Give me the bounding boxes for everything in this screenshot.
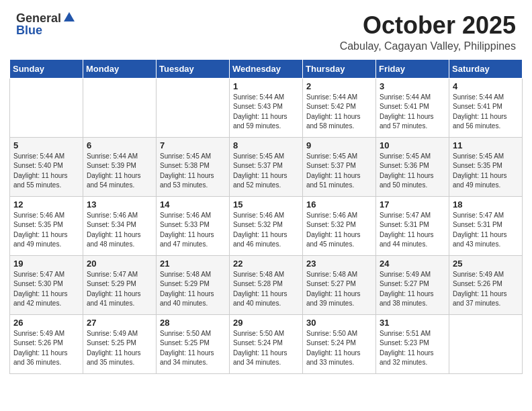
day-info: Sunrise: 5:44 AM Sunset: 5:40 PM Dayligh…	[13, 152, 79, 191]
day-number: 22	[233, 259, 299, 269]
svg-marker-0	[64, 12, 75, 21]
calendar-body: 1Sunrise: 5:44 AM Sunset: 5:43 PM Daylig…	[10, 78, 523, 373]
day-info: Sunrise: 5:47 AM Sunset: 5:31 PM Dayligh…	[453, 211, 519, 250]
day-info: Sunrise: 5:44 AM Sunset: 5:43 PM Dayligh…	[233, 93, 299, 132]
day-info: Sunrise: 5:46 AM Sunset: 5:33 PM Dayligh…	[160, 211, 226, 250]
calendar-cell: 28Sunrise: 5:50 AM Sunset: 5:25 PM Dayli…	[157, 314, 230, 373]
calendar-cell: 18Sunrise: 5:47 AM Sunset: 5:31 PM Dayli…	[449, 196, 523, 255]
calendar-cell: 22Sunrise: 5:48 AM Sunset: 5:28 PM Dayli…	[230, 255, 303, 314]
calendar-cell: 5Sunrise: 5:44 AM Sunset: 5:40 PM Daylig…	[10, 137, 83, 196]
calendar-cell: 29Sunrise: 5:50 AM Sunset: 5:24 PM Dayli…	[230, 314, 303, 373]
day-number: 13	[87, 199, 152, 210]
calendar-cell: 25Sunrise: 5:49 AM Sunset: 5:26 PM Dayli…	[449, 255, 523, 314]
calendar-cell: 19Sunrise: 5:47 AM Sunset: 5:30 PM Dayli…	[10, 255, 83, 314]
calendar-cell: 27Sunrise: 5:49 AM Sunset: 5:25 PM Dayli…	[83, 314, 157, 373]
calendar-cell: 2Sunrise: 5:44 AM Sunset: 5:42 PM Daylig…	[303, 78, 376, 137]
day-number: 18	[453, 199, 519, 210]
location-title: Cabulay, Cagayan Valley, Philippines	[340, 40, 516, 52]
day-number: 9	[306, 140, 372, 150]
weekday-header-monday: Monday	[83, 59, 157, 78]
calendar-cell: 16Sunrise: 5:46 AM Sunset: 5:32 PM Dayli…	[303, 196, 376, 255]
day-number: 25	[453, 259, 519, 269]
weekday-header-tuesday: Tuesday	[157, 59, 230, 78]
calendar-cell: 14Sunrise: 5:46 AM Sunset: 5:33 PM Dayli…	[157, 196, 230, 255]
weekday-header-friday: Friday	[376, 59, 449, 78]
calendar-cell: 9Sunrise: 5:45 AM Sunset: 5:37 PM Daylig…	[303, 137, 376, 196]
day-number: 10	[380, 140, 445, 150]
month-title: October 2025	[340, 12, 516, 39]
day-info: Sunrise: 5:50 AM Sunset: 5:24 PM Dayligh…	[233, 329, 299, 368]
calendar-cell: 8Sunrise: 5:45 AM Sunset: 5:37 PM Daylig…	[230, 137, 303, 196]
calendar-cell: 3Sunrise: 5:44 AM Sunset: 5:41 PM Daylig…	[376, 78, 449, 137]
calendar-cell	[83, 78, 157, 137]
calendar-cell: 10Sunrise: 5:45 AM Sunset: 5:36 PM Dayli…	[376, 137, 449, 196]
calendar-cell: 12Sunrise: 5:46 AM Sunset: 5:35 PM Dayli…	[10, 196, 83, 255]
day-info: Sunrise: 5:45 AM Sunset: 5:36 PM Dayligh…	[380, 152, 445, 191]
calendar-week-1: 1Sunrise: 5:44 AM Sunset: 5:43 PM Daylig…	[10, 78, 523, 137]
calendar-cell: 31Sunrise: 5:51 AM Sunset: 5:23 PM Dayli…	[376, 314, 449, 373]
day-number: 3	[380, 81, 445, 91]
day-number: 19	[13, 259, 79, 269]
day-number: 16	[306, 199, 372, 210]
day-info: Sunrise: 5:48 AM Sunset: 5:28 PM Dayligh…	[233, 270, 299, 309]
calendar-week-2: 5Sunrise: 5:44 AM Sunset: 5:40 PM Daylig…	[10, 137, 523, 196]
day-info: Sunrise: 5:44 AM Sunset: 5:41 PM Dayligh…	[380, 93, 445, 132]
day-info: Sunrise: 5:48 AM Sunset: 5:27 PM Dayligh…	[306, 270, 372, 309]
calendar-cell	[157, 78, 230, 137]
day-info: Sunrise: 5:49 AM Sunset: 5:27 PM Dayligh…	[380, 270, 445, 309]
day-info: Sunrise: 5:46 AM Sunset: 5:34 PM Dayligh…	[87, 211, 152, 250]
weekday-header-wednesday: Wednesday	[230, 59, 303, 78]
calendar-week-4: 19Sunrise: 5:47 AM Sunset: 5:30 PM Dayli…	[10, 255, 523, 314]
day-info: Sunrise: 5:45 AM Sunset: 5:37 PM Dayligh…	[306, 152, 372, 191]
calendar-week-5: 26Sunrise: 5:49 AM Sunset: 5:26 PM Dayli…	[10, 314, 523, 373]
calendar-cell: 13Sunrise: 5:46 AM Sunset: 5:34 PM Dayli…	[83, 196, 157, 255]
day-number: 6	[87, 140, 152, 150]
calendar-cell: 23Sunrise: 5:48 AM Sunset: 5:27 PM Dayli…	[303, 255, 376, 314]
calendar-cell: 6Sunrise: 5:44 AM Sunset: 5:39 PM Daylig…	[83, 137, 157, 196]
day-number: 14	[160, 199, 226, 210]
calendar-table: SundayMondayTuesdayWednesdayThursdayFrid…	[9, 59, 523, 374]
day-number: 4	[453, 81, 519, 91]
title-area: October 2025 Cabulay, Cagayan Valley, Ph…	[340, 12, 516, 52]
day-info: Sunrise: 5:50 AM Sunset: 5:25 PM Dayligh…	[160, 329, 226, 368]
logo-blue-text: Blue	[16, 24, 42, 37]
weekday-header-saturday: Saturday	[449, 59, 523, 78]
day-number: 15	[233, 199, 299, 210]
day-info: Sunrise: 5:45 AM Sunset: 5:37 PM Dayligh…	[233, 152, 299, 191]
weekday-header-sunday: Sunday	[10, 59, 83, 78]
day-number: 1	[233, 81, 299, 91]
day-info: Sunrise: 5:50 AM Sunset: 5:24 PM Dayligh…	[306, 329, 372, 368]
day-info: Sunrise: 5:47 AM Sunset: 5:29 PM Dayligh…	[87, 270, 152, 309]
calendar-cell: 1Sunrise: 5:44 AM Sunset: 5:43 PM Daylig…	[230, 78, 303, 137]
calendar-cell: 15Sunrise: 5:46 AM Sunset: 5:32 PM Dayli…	[230, 196, 303, 255]
day-number: 12	[13, 199, 79, 210]
calendar-cell: 24Sunrise: 5:49 AM Sunset: 5:27 PM Dayli…	[376, 255, 449, 314]
weekday-header-row: SundayMondayTuesdayWednesdayThursdayFrid…	[10, 59, 523, 78]
day-info: Sunrise: 5:49 AM Sunset: 5:25 PM Dayligh…	[87, 329, 152, 368]
day-number: 7	[160, 140, 226, 150]
calendar-cell: 21Sunrise: 5:48 AM Sunset: 5:29 PM Dayli…	[157, 255, 230, 314]
logo: General Blue	[16, 12, 76, 37]
day-number: 2	[306, 81, 372, 91]
logo-general-text: General	[16, 12, 61, 24]
day-info: Sunrise: 5:44 AM Sunset: 5:41 PM Dayligh…	[453, 93, 519, 132]
day-info: Sunrise: 5:46 AM Sunset: 5:35 PM Dayligh…	[13, 211, 79, 250]
day-info: Sunrise: 5:45 AM Sunset: 5:38 PM Dayligh…	[160, 152, 226, 191]
day-number: 17	[380, 199, 445, 210]
day-number: 8	[233, 140, 299, 150]
day-number: 21	[160, 259, 226, 269]
day-number: 31	[380, 318, 445, 328]
calendar-cell: 26Sunrise: 5:49 AM Sunset: 5:26 PM Dayli…	[10, 314, 83, 373]
logo-icon	[62, 11, 76, 24]
day-info: Sunrise: 5:46 AM Sunset: 5:32 PM Dayligh…	[233, 211, 299, 250]
day-number: 20	[87, 259, 152, 269]
day-info: Sunrise: 5:49 AM Sunset: 5:26 PM Dayligh…	[453, 270, 519, 309]
calendar-cell: 20Sunrise: 5:47 AM Sunset: 5:29 PM Dayli…	[83, 255, 157, 314]
day-info: Sunrise: 5:48 AM Sunset: 5:29 PM Dayligh…	[160, 270, 226, 309]
day-number: 30	[306, 318, 372, 328]
calendar-cell	[10, 78, 83, 137]
day-info: Sunrise: 5:51 AM Sunset: 5:23 PM Dayligh…	[380, 329, 445, 368]
day-info: Sunrise: 5:44 AM Sunset: 5:42 PM Dayligh…	[306, 93, 372, 132]
calendar-cell: 7Sunrise: 5:45 AM Sunset: 5:38 PM Daylig…	[157, 137, 230, 196]
day-number: 23	[306, 259, 372, 269]
